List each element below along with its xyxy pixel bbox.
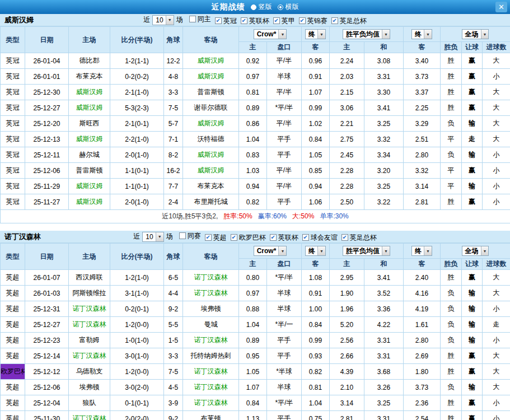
score-cell: 1-2(0-0) (110, 364, 164, 380)
filter-checkbox-英锦赛[interactable]: ✔英锦赛 (299, 16, 327, 26)
scope-select[interactable]: 全场 ▼ (462, 29, 489, 39)
filter-checkbox-英足总杯[interactable]: ✔英足总杯 (341, 233, 377, 242)
handicap-cell: 平/半 (267, 179, 302, 194)
checkbox-checked-icon[interactable]: ✔ (205, 234, 212, 241)
avg-home-cell: 2.95 (330, 270, 364, 286)
result-handicap-cell: 赢 (462, 69, 483, 85)
handicap-cell: 平手 (267, 411, 302, 420)
column-header-avg-home: 主 (330, 42, 364, 53)
final-avg-select[interactable]: 终 ▼ (411, 29, 432, 39)
filter-checkbox-英超[interactable]: ✔英超 (205, 233, 227, 242)
filter-checkbox-英联杯[interactable]: ✔英联杯 (270, 233, 298, 242)
filter-checkbox-英冠[interactable]: ✔英冠 (215, 16, 237, 26)
avg-draw-cell: 3.34 (364, 147, 404, 163)
chevron-down-icon: ▼ (382, 30, 390, 39)
home-team-cell: 西汉姆联 (69, 270, 110, 286)
home-odds-cell: 0.81 (239, 85, 267, 100)
checkbox-checked-icon[interactable]: ✔ (302, 234, 309, 241)
home-team-cell: 威斯汉姆 (69, 100, 110, 116)
match-count-select[interactable]: 10 ▼ (142, 232, 163, 242)
away-odds-cell: 0.84 (302, 132, 330, 147)
checkbox-checked-icon[interactable]: ✔ (241, 17, 247, 24)
checkbox-unchecked-icon[interactable] (189, 16, 196, 22)
checkbox-unchecked-icon[interactable] (179, 232, 186, 239)
home-team-cell: 斯旺西 (69, 116, 110, 132)
league-type-cell: 英超 (1, 395, 25, 411)
avg-home-cell: 2.50 (330, 194, 364, 210)
column-header-type: 类型 (1, 27, 25, 53)
match-count-select[interactable]: 10 ▼ (152, 15, 174, 25)
avg-draw-cell: 3.31 (364, 69, 404, 85)
avg-home-cell: 2.21 (330, 116, 364, 132)
avg-odds-select[interactable]: 胜平负均值 ▼ (343, 246, 390, 256)
avg-draw-cell: 3.41 (364, 270, 404, 286)
final-odds-select[interactable]: 终 ▼ (305, 246, 326, 256)
away-odds-cell: 0.91 (302, 69, 330, 85)
away-team-cell: 威斯汉姆 (183, 69, 239, 85)
filter-checkbox-球会友谊[interactable]: ✔球会友谊 (302, 233, 338, 242)
column-header-date: 日期 (25, 27, 69, 53)
match-row: 英超26-01-07西汉姆联1-2(1-0)6-5诺丁汉森林0.80*平/半1.… (1, 270, 510, 286)
filter-checkbox-英甲[interactable]: ✔英甲 (273, 16, 295, 26)
result-outcome-cell: 负 (441, 116, 462, 132)
final-avg-header: 终 ▼ (404, 244, 441, 259)
filter-checkbox-英足总杯[interactable]: ✔英足总杯 (331, 16, 367, 26)
layout-radio-horizontal[interactable]: 横版 (278, 2, 299, 12)
result-goals-cell: 大 (483, 53, 510, 69)
column-header-handicap: 盘口 (267, 42, 302, 53)
score-cell: 3-0(2-0) (110, 380, 164, 395)
checkbox-checked-icon[interactable]: ✔ (215, 17, 222, 24)
radio-icon[interactable] (251, 4, 256, 10)
date-cell: 25-12-31 (25, 301, 69, 317)
scope-select[interactable]: 全场 ▼ (462, 246, 489, 256)
avg-home-cell: 2.56 (330, 333, 364, 348)
odds-source-select[interactable]: Crow* ▼ (254, 29, 287, 39)
column-header-goals-result: 进球数 (483, 259, 510, 270)
checkbox-label: 英联杯 (249, 16, 269, 26)
checkbox-checked-icon[interactable]: ✔ (331, 17, 338, 24)
result-goals-cell: 大 (483, 116, 510, 132)
away-odds-cell: 0.94 (302, 179, 330, 194)
handicap-cell: 平手 (267, 194, 302, 210)
column-header-score: 比分(半场) (110, 27, 164, 53)
result-goals-cell: 大 (483, 380, 510, 395)
final-avg-select[interactable]: 终 ▼ (411, 246, 432, 256)
score-cell: 1-1(0-1) (110, 179, 164, 194)
corner-cell: 4-5 (164, 380, 183, 395)
avg-home-cell: 2.81 (330, 411, 364, 420)
away-odds-cell: 0.91 (302, 286, 330, 301)
avg-draw-cell: 3.20 (364, 163, 404, 179)
corner-cell: 3-9 (164, 395, 183, 411)
filter-checkbox-同主[interactable]: 同主 (189, 15, 211, 24)
close-icon[interactable]: ✕ (495, 2, 507, 12)
result-outcome-cell: 负 (441, 147, 462, 163)
checkbox-checked-icon[interactable]: ✔ (273, 17, 280, 24)
filter-checkbox-英联杯[interactable]: ✔英联杯 (241, 16, 269, 26)
summary-segment: 大:50% (292, 212, 314, 220)
filter-controls: 近 10 ▼ 场 同主✔英冠✔英联杯✔英甲✔英锦赛✔英足总杯 (143, 15, 366, 26)
radio-selected-icon[interactable] (278, 4, 283, 10)
avg-away-cell: 2.80 (404, 333, 441, 348)
checkbox-checked-icon[interactable]: ✔ (231, 234, 237, 241)
filter-checkbox-欧罗巴杯[interactable]: ✔欧罗巴杯 (231, 233, 266, 242)
odds-source-select[interactable]: Crow* ▼ (254, 246, 287, 256)
home-odds-cell: 0.95 (239, 348, 267, 364)
handicap-cell: 平手 (267, 132, 302, 147)
layout-radio-vertical[interactable]: 竖版 (251, 2, 272, 12)
home-team-cell: 诺丁汉森林 (69, 348, 110, 364)
avg-away-cell: 2.25 (404, 100, 441, 116)
checkbox-checked-icon[interactable]: ✔ (299, 17, 306, 24)
league-type-cell: 英冠 (1, 179, 25, 194)
avg-home-cell: 2.24 (330, 53, 364, 69)
checkbox-checked-icon[interactable]: ✔ (341, 234, 348, 241)
result-outcome-cell: 胜 (441, 69, 462, 85)
avg-odds-select[interactable]: 胜平负均值 ▼ (343, 29, 390, 39)
date-cell: 25-12-06 (25, 163, 69, 179)
checkbox-checked-icon[interactable]: ✔ (270, 234, 277, 241)
near-label: 近 (143, 15, 150, 25)
score-cell: 5-3(2-3) (110, 100, 164, 116)
final-odds-select[interactable]: 终 ▼ (305, 29, 326, 39)
filter-checkbox-同赛[interactable]: 同赛 (179, 231, 201, 241)
league-type-cell: 英冠 (1, 85, 25, 100)
score-cell: 1-1(0-1) (110, 163, 164, 179)
